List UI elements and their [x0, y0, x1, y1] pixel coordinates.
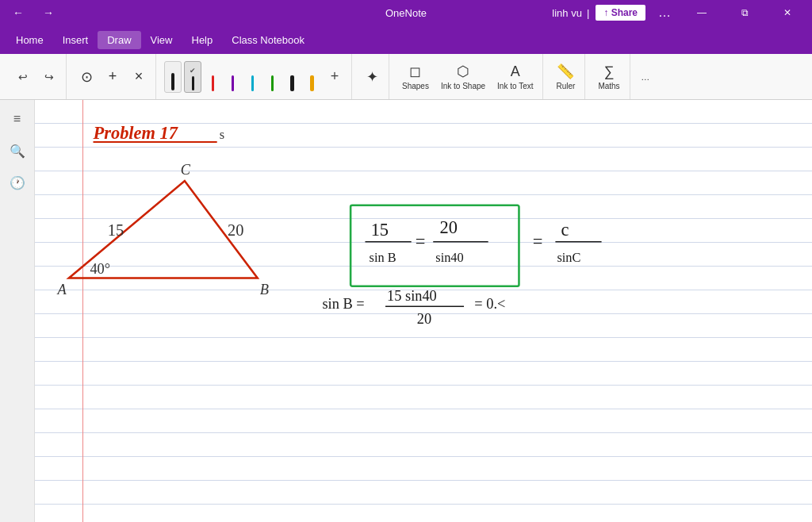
pen-black-selected[interactable]: ✔	[184, 61, 201, 93]
menu-bar: Home Insert Draw View Help Class Noteboo…	[0, 25, 812, 54]
ink-to-text-button[interactable]: A Ink to Text	[492, 57, 538, 97]
pen-group: ✔	[159, 54, 352, 99]
back-arrow[interactable]: ←	[6, 3, 30, 22]
share-label: Share	[611, 7, 638, 18]
svg-text:= 0.<: = 0.<	[474, 296, 505, 312]
ruler-group: 📏 Ruler	[546, 54, 585, 99]
menu-insert[interactable]: Insert	[53, 31, 98, 49]
add-pen-button[interactable]: +	[323, 65, 347, 89]
maths-icon: ∑	[604, 63, 615, 80]
pen-black-thick[interactable]	[164, 61, 182, 93]
pen-teal[interactable]	[243, 61, 261, 93]
svg-text:15 sin40: 15 sin40	[387, 288, 437, 304]
svg-text:15: 15	[371, 220, 389, 240]
close-button[interactable]: ✕	[769, 0, 806, 25]
highlighter-icon: ✦	[366, 68, 378, 86]
svg-text:C: C	[181, 162, 191, 178]
user-info: linh vu |	[552, 7, 589, 19]
pen-purple[interactable]	[224, 61, 241, 93]
restore-button[interactable]: ⧉	[726, 0, 763, 25]
menu-class-notebook[interactable]: Class Notebook	[222, 31, 314, 49]
user-name: linh vu	[552, 7, 582, 19]
ink-to-shape-label: Ink to Shape	[441, 82, 485, 90]
eraser2-button[interactable]: ×	[127, 57, 151, 97]
ink-to-shape-icon: ⬡	[457, 63, 469, 80]
undo-redo-group: ↩ ↪	[6, 54, 67, 99]
more-button[interactable]: …	[634, 57, 657, 97]
svg-text:A: A	[57, 282, 67, 297]
sidebar-history-icon[interactable]: 🕐	[5, 170, 30, 195]
pipe-divider: |	[587, 7, 589, 19]
shapes-label: Shapes	[402, 82, 429, 90]
svg-text:20: 20	[439, 217, 457, 237]
highlighter-button[interactable]: ✦	[360, 57, 384, 97]
lasso-icon: ⊙	[81, 68, 93, 86]
share-icon: ↑	[603, 7, 608, 18]
selection-group: ⊙ + ×	[70, 54, 156, 99]
svg-text:40°: 40°	[90, 261, 110, 277]
note-area[interactable]: Problem 17 s A B C 15 20 40° 15	[35, 100, 812, 522]
svg-text:c: c	[561, 220, 569, 240]
maths-group: ∑ Maths	[588, 54, 630, 99]
more-icon: …	[641, 72, 649, 82]
pen-red[interactable]	[204, 61, 221, 93]
shapes-button[interactable]: ◻ Shapes	[397, 57, 434, 97]
svg-text:Problem 17: Problem 17	[93, 123, 178, 143]
sidebar-pages-icon[interactable]: ≡	[5, 106, 30, 132]
ruler-icon: 📏	[557, 63, 574, 80]
menu-home[interactable]: Home	[6, 31, 53, 49]
nav-arrows: ← →	[6, 3, 60, 22]
ink-to-shape-button[interactable]: ⬡ Ink to Shape	[436, 57, 490, 97]
svg-text:15: 15	[108, 221, 124, 239]
menu-help[interactable]: Help	[182, 31, 223, 49]
svg-text:sin40: sin40	[435, 250, 463, 265]
share-button[interactable]: ↑ Share	[596, 5, 645, 21]
shapes-group: ◻ Shapes ⬡ Ink to Shape A Ink to Text	[393, 54, 543, 99]
ribbon-toolbar: ↩ ↪ ⊙ + × ✔	[0, 54, 812, 100]
redo-button[interactable]: ↪	[37, 65, 61, 89]
svg-text:s: s	[220, 127, 224, 142]
svg-text:20: 20	[228, 221, 243, 239]
sidebar: ≡ 🔍 🕐	[0, 100, 35, 522]
pen-green[interactable]	[263, 61, 281, 93]
more-options-icon[interactable]: …	[652, 2, 677, 23]
eraser2-icon: ×	[135, 68, 144, 85]
ruler-button[interactable]: 📏 Ruler	[551, 57, 580, 97]
ink-to-text-icon: A	[511, 63, 520, 80]
title-bar-right: linh vu | ↑ Share … — ⧉ ✕	[552, 0, 806, 25]
svg-text:=: =	[416, 232, 426, 251]
menu-view[interactable]: View	[141, 31, 182, 49]
pen-dark[interactable]	[283, 61, 301, 93]
forward-arrow[interactable]: →	[36, 3, 60, 22]
lasso-select-button[interactable]: ⊙	[75, 57, 98, 97]
svg-text:sin B: sin B	[370, 250, 396, 265]
svg-text:sinC: sinC	[557, 250, 580, 265]
svg-rect-10	[350, 205, 519, 286]
title-bar: ← → OneNote linh vu | ↑ Share … — ⧉ ✕	[0, 0, 812, 25]
undo-button[interactable]: ↩	[11, 65, 35, 89]
minimize-button[interactable]: —	[684, 0, 720, 25]
maths-label: Maths	[598, 82, 619, 90]
svg-text:sin B =: sin B =	[322, 296, 364, 312]
sidebar-search-icon[interactable]: 🔍	[5, 138, 30, 163]
svg-text:20: 20	[417, 311, 431, 327]
menu-draw[interactable]: Draw	[98, 31, 140, 49]
shapes-icon: ◻	[409, 63, 421, 80]
ink-to-text-label: Ink to Text	[497, 82, 533, 90]
app-body: ≡ 🔍 🕐 Problem 17 s A B C 15 20	[0, 100, 812, 522]
note-canvas: Problem 17 s A B C 15 20 40° 15	[35, 100, 812, 522]
highlighter-group: ✦	[355, 54, 389, 99]
ruler-label: Ruler	[556, 82, 575, 90]
app-title: OneNote	[385, 7, 427, 19]
svg-text:=: =	[533, 232, 543, 251]
eraser-icon: +	[109, 68, 117, 85]
maths-button[interactable]: ∑ Maths	[593, 57, 624, 97]
eraser-button[interactable]: +	[101, 57, 124, 97]
pen-gold[interactable]	[303, 61, 320, 93]
svg-text:B: B	[260, 282, 269, 297]
